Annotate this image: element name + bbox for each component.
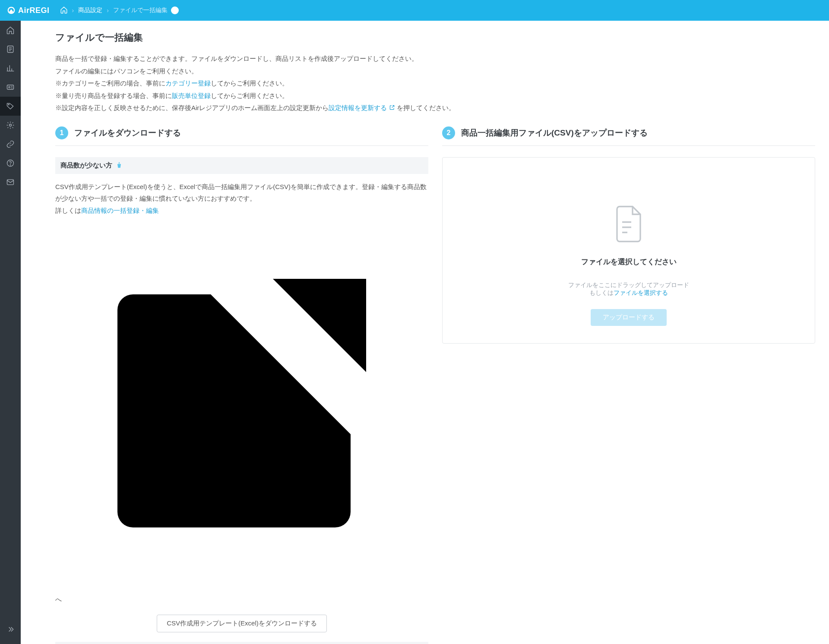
link-bulk-edit-help-1[interactable]: 商品情報の一括登録・編集: [55, 207, 428, 591]
sidebar-item-products[interactable]: [0, 97, 21, 116]
breadcrumb-home[interactable]: [60, 6, 68, 15]
sidebar-item-help[interactable]: [0, 154, 21, 173]
svg-rect-1: [7, 85, 14, 89]
svg-point-3: [8, 104, 9, 105]
sidebar-expand-toggle[interactable]: [0, 620, 21, 639]
step1-column: 1 ファイルをダウンロードする 商品数が少ない方 CSV作成用テンプレート(Ex…: [55, 126, 428, 644]
svg-point-2: [9, 86, 10, 88]
sidebar-item-settings[interactable]: [0, 116, 21, 135]
breadcrumb-sep: ›: [72, 7, 74, 14]
step2-column: 2 商品一括編集用ファイル(CSV)をアップロードする ファイルを選択してくださ…: [442, 126, 815, 644]
few-products-detail: 詳しくは商品情報の一括登録・編集 へ: [55, 205, 428, 605]
breadcrumb-item-products[interactable]: 商品設定: [78, 6, 102, 14]
svg-point-4: [9, 124, 12, 126]
svg-rect-7: [7, 180, 14, 185]
intro-text: 商品を一括で登録・編集することができます。ファイルをダウンロードし、商品リストを…: [55, 53, 815, 114]
upload-button[interactable]: アップロードする: [591, 309, 667, 326]
file-select-link[interactable]: ファイルを選択する: [614, 289, 668, 296]
many-products-heading: 商品数が多い方: [55, 642, 428, 644]
sidebar-item-report[interactable]: [0, 40, 21, 59]
intro-line: ※カテゴリーをご利用の場合、事前にカテゴリー登録してからご利用ください。: [55, 77, 815, 90]
app-header: AirREGI › 商品設定 › ファイルで一括編集 ?: [21, 0, 829, 21]
intro-line: ファイルの編集にはパソコンをご利用ください。: [55, 65, 815, 78]
breadcrumb-current: ファイルで一括編集: [113, 6, 168, 14]
external-link-icon: [389, 102, 395, 108]
sidebar: [0, 0, 21, 644]
sidebar-item-card[interactable]: [0, 78, 21, 97]
link-refresh-settings[interactable]: 設定情報を更新する: [329, 104, 395, 111]
upload-title: ファイルを選択してください: [456, 257, 802, 267]
few-products-heading: 商品数が少ない方: [55, 157, 428, 174]
file-icon: [456, 205, 802, 245]
step2-title: 商品一括編集用ファイル(CSV)をアップロードする: [461, 127, 648, 139]
download-excel-template-button[interactable]: CSV作成用テンプレート(Excel)をダウンロードする: [157, 615, 327, 632]
brand-name: AirREGI: [21, 6, 50, 15]
intro-line: ※設定内容を正しく反映させるために、保存後Airレジアプリのホーム画面左上の設定…: [55, 102, 815, 114]
upload-dropzone[interactable]: ファイルを選択してください ファイルをここにドラッグしてアップロード もしくはフ…: [442, 157, 815, 344]
intro-line: ※量り売り商品を登録する場合、事前に販売単位登録してからご利用ください。: [55, 90, 815, 102]
intro-line: 商品を一括で登録・編集することができます。ファイルをダウンロードし、商品リストを…: [55, 53, 815, 65]
upload-subtext: ファイルをここにドラッグしてアップロード もしくはファイルを選択する: [456, 281, 802, 297]
link-category-register[interactable]: カテゴリー登録: [165, 79, 211, 87]
external-link-icon: [55, 584, 428, 591]
breadcrumb-sep: ›: [107, 7, 109, 14]
few-products-desc: CSV作成用テンプレート(Excel)を使うと、Excelで商品一括編集用ファイ…: [55, 181, 428, 205]
sidebar-item-analytics[interactable]: [0, 59, 21, 78]
tag-icon: [116, 161, 123, 170]
sidebar-item-mail[interactable]: [0, 173, 21, 192]
page-title: ファイルで一括編集: [55, 31, 815, 44]
step1-title: ファイルをダウンロードする: [74, 127, 181, 139]
help-icon[interactable]: ?: [171, 6, 179, 14]
brand-logo[interactable]: AirREGI: [21, 6, 50, 15]
step-badge-1: 1: [55, 126, 68, 139]
sidebar-item-home[interactable]: [0, 21, 21, 40]
step-badge-2: 2: [442, 126, 455, 139]
link-unit-register[interactable]: 販売単位登録: [172, 92, 211, 99]
breadcrumb: › 商品設定 › ファイルで一括編集 ?: [60, 6, 179, 15]
svg-point-6: [10, 165, 11, 165]
sidebar-item-link[interactable]: [0, 135, 21, 154]
